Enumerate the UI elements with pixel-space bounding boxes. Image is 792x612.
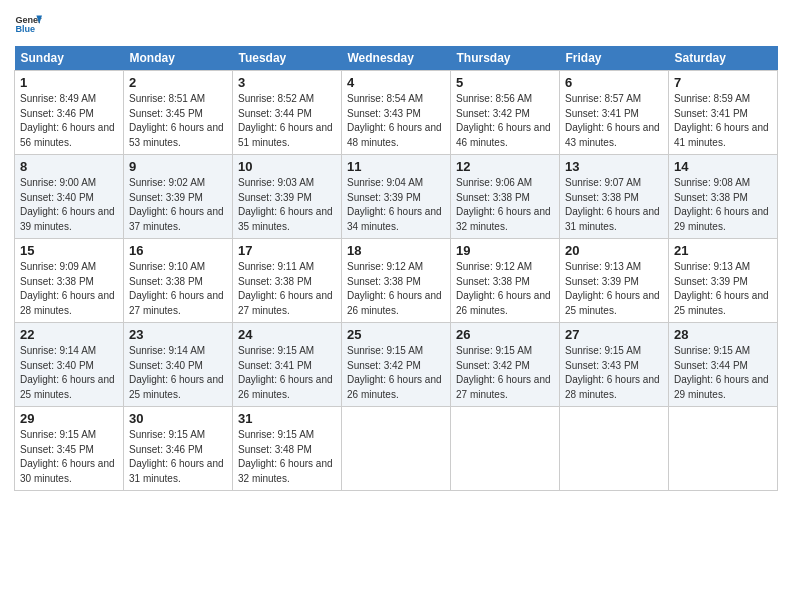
- day-info: Sunrise: 9:08 AMSunset: 3:38 PMDaylight:…: [674, 176, 772, 234]
- day-info: Sunrise: 9:15 AMSunset: 3:43 PMDaylight:…: [565, 344, 663, 402]
- day-info: Sunrise: 9:14 AMSunset: 3:40 PMDaylight:…: [129, 344, 227, 402]
- calendar-cell: 13Sunrise: 9:07 AMSunset: 3:38 PMDayligh…: [560, 155, 669, 239]
- header: General Blue: [14, 10, 778, 38]
- day-info: Sunrise: 9:06 AMSunset: 3:38 PMDaylight:…: [456, 176, 554, 234]
- day-info: Sunrise: 9:15 AMSunset: 3:42 PMDaylight:…: [456, 344, 554, 402]
- day-info: Sunrise: 9:04 AMSunset: 3:39 PMDaylight:…: [347, 176, 445, 234]
- day-number: 8: [20, 159, 118, 174]
- calendar-table: SundayMondayTuesdayWednesdayThursdayFrid…: [14, 46, 778, 491]
- day-number: 7: [674, 75, 772, 90]
- calendar-cell: [669, 407, 778, 491]
- day-info: Sunrise: 8:54 AMSunset: 3:43 PMDaylight:…: [347, 92, 445, 150]
- svg-text:Blue: Blue: [15, 24, 35, 34]
- calendar-cell: 18Sunrise: 9:12 AMSunset: 3:38 PMDayligh…: [342, 239, 451, 323]
- calendar-cell: 21Sunrise: 9:13 AMSunset: 3:39 PMDayligh…: [669, 239, 778, 323]
- dow-header: Thursday: [451, 46, 560, 71]
- calendar-cell: 1Sunrise: 8:49 AMSunset: 3:46 PMDaylight…: [15, 71, 124, 155]
- day-info: Sunrise: 9:07 AMSunset: 3:38 PMDaylight:…: [565, 176, 663, 234]
- day-info: Sunrise: 9:15 AMSunset: 3:42 PMDaylight:…: [347, 344, 445, 402]
- day-info: Sunrise: 8:51 AMSunset: 3:45 PMDaylight:…: [129, 92, 227, 150]
- calendar-cell: 15Sunrise: 9:09 AMSunset: 3:38 PMDayligh…: [15, 239, 124, 323]
- day-number: 29: [20, 411, 118, 426]
- calendar-cell: 6Sunrise: 8:57 AMSunset: 3:41 PMDaylight…: [560, 71, 669, 155]
- day-number: 30: [129, 411, 227, 426]
- day-number: 28: [674, 327, 772, 342]
- day-number: 11: [347, 159, 445, 174]
- calendar-cell: 29Sunrise: 9:15 AMSunset: 3:45 PMDayligh…: [15, 407, 124, 491]
- day-number: 18: [347, 243, 445, 258]
- day-info: Sunrise: 8:57 AMSunset: 3:41 PMDaylight:…: [565, 92, 663, 150]
- day-number: 6: [565, 75, 663, 90]
- calendar-cell: 14Sunrise: 9:08 AMSunset: 3:38 PMDayligh…: [669, 155, 778, 239]
- calendar-cell: [342, 407, 451, 491]
- day-number: 14: [674, 159, 772, 174]
- day-number: 17: [238, 243, 336, 258]
- calendar-cell: 24Sunrise: 9:15 AMSunset: 3:41 PMDayligh…: [233, 323, 342, 407]
- day-number: 9: [129, 159, 227, 174]
- calendar-cell: [560, 407, 669, 491]
- day-info: Sunrise: 9:00 AMSunset: 3:40 PMDaylight:…: [20, 176, 118, 234]
- calendar-cell: 22Sunrise: 9:14 AMSunset: 3:40 PMDayligh…: [15, 323, 124, 407]
- logo-icon: General Blue: [14, 10, 42, 38]
- day-number: 23: [129, 327, 227, 342]
- day-number: 4: [347, 75, 445, 90]
- day-info: Sunrise: 9:13 AMSunset: 3:39 PMDaylight:…: [674, 260, 772, 318]
- day-number: 31: [238, 411, 336, 426]
- calendar-cell: 30Sunrise: 9:15 AMSunset: 3:46 PMDayligh…: [124, 407, 233, 491]
- calendar-cell: 3Sunrise: 8:52 AMSunset: 3:44 PMDaylight…: [233, 71, 342, 155]
- day-info: Sunrise: 9:13 AMSunset: 3:39 PMDaylight:…: [565, 260, 663, 318]
- calendar-cell: 27Sunrise: 9:15 AMSunset: 3:43 PMDayligh…: [560, 323, 669, 407]
- day-number: 5: [456, 75, 554, 90]
- calendar-cell: 26Sunrise: 9:15 AMSunset: 3:42 PMDayligh…: [451, 323, 560, 407]
- dow-header: Sunday: [15, 46, 124, 71]
- day-info: Sunrise: 9:09 AMSunset: 3:38 PMDaylight:…: [20, 260, 118, 318]
- day-number: 24: [238, 327, 336, 342]
- day-number: 2: [129, 75, 227, 90]
- dow-header: Monday: [124, 46, 233, 71]
- day-number: 15: [20, 243, 118, 258]
- day-number: 25: [347, 327, 445, 342]
- calendar-cell: 23Sunrise: 9:14 AMSunset: 3:40 PMDayligh…: [124, 323, 233, 407]
- day-info: Sunrise: 9:11 AMSunset: 3:38 PMDaylight:…: [238, 260, 336, 318]
- day-number: 1: [20, 75, 118, 90]
- calendar-cell: 31Sunrise: 9:15 AMSunset: 3:48 PMDayligh…: [233, 407, 342, 491]
- day-number: 27: [565, 327, 663, 342]
- calendar-cell: [451, 407, 560, 491]
- day-info: Sunrise: 9:15 AMSunset: 3:45 PMDaylight:…: [20, 428, 118, 486]
- day-info: Sunrise: 8:56 AMSunset: 3:42 PMDaylight:…: [456, 92, 554, 150]
- dow-header: Friday: [560, 46, 669, 71]
- calendar-cell: 10Sunrise: 9:03 AMSunset: 3:39 PMDayligh…: [233, 155, 342, 239]
- day-number: 13: [565, 159, 663, 174]
- day-info: Sunrise: 9:15 AMSunset: 3:46 PMDaylight:…: [129, 428, 227, 486]
- dow-header: Tuesday: [233, 46, 342, 71]
- day-info: Sunrise: 9:15 AMSunset: 3:41 PMDaylight:…: [238, 344, 336, 402]
- day-number: 12: [456, 159, 554, 174]
- day-number: 26: [456, 327, 554, 342]
- day-number: 3: [238, 75, 336, 90]
- day-number: 16: [129, 243, 227, 258]
- day-info: Sunrise: 8:49 AMSunset: 3:46 PMDaylight:…: [20, 92, 118, 150]
- calendar-cell: 7Sunrise: 8:59 AMSunset: 3:41 PMDaylight…: [669, 71, 778, 155]
- calendar-cell: 4Sunrise: 8:54 AMSunset: 3:43 PMDaylight…: [342, 71, 451, 155]
- calendar-cell: 2Sunrise: 8:51 AMSunset: 3:45 PMDaylight…: [124, 71, 233, 155]
- day-info: Sunrise: 8:52 AMSunset: 3:44 PMDaylight:…: [238, 92, 336, 150]
- calendar-cell: 25Sunrise: 9:15 AMSunset: 3:42 PMDayligh…: [342, 323, 451, 407]
- calendar-cell: 9Sunrise: 9:02 AMSunset: 3:39 PMDaylight…: [124, 155, 233, 239]
- calendar-cell: 12Sunrise: 9:06 AMSunset: 3:38 PMDayligh…: [451, 155, 560, 239]
- day-info: Sunrise: 9:12 AMSunset: 3:38 PMDaylight:…: [347, 260, 445, 318]
- day-info: Sunrise: 9:15 AMSunset: 3:44 PMDaylight:…: [674, 344, 772, 402]
- calendar-cell: 5Sunrise: 8:56 AMSunset: 3:42 PMDaylight…: [451, 71, 560, 155]
- day-info: Sunrise: 9:15 AMSunset: 3:48 PMDaylight:…: [238, 428, 336, 486]
- dow-header: Saturday: [669, 46, 778, 71]
- dow-header: Wednesday: [342, 46, 451, 71]
- calendar-cell: 19Sunrise: 9:12 AMSunset: 3:38 PMDayligh…: [451, 239, 560, 323]
- calendar-cell: 8Sunrise: 9:00 AMSunset: 3:40 PMDaylight…: [15, 155, 124, 239]
- day-info: Sunrise: 9:10 AMSunset: 3:38 PMDaylight:…: [129, 260, 227, 318]
- day-number: 10: [238, 159, 336, 174]
- calendar-cell: 20Sunrise: 9:13 AMSunset: 3:39 PMDayligh…: [560, 239, 669, 323]
- day-info: Sunrise: 9:14 AMSunset: 3:40 PMDaylight:…: [20, 344, 118, 402]
- day-number: 21: [674, 243, 772, 258]
- day-info: Sunrise: 9:03 AMSunset: 3:39 PMDaylight:…: [238, 176, 336, 234]
- page-container: General Blue SundayMondayTuesdayWednesda…: [0, 0, 792, 612]
- day-info: Sunrise: 9:02 AMSunset: 3:39 PMDaylight:…: [129, 176, 227, 234]
